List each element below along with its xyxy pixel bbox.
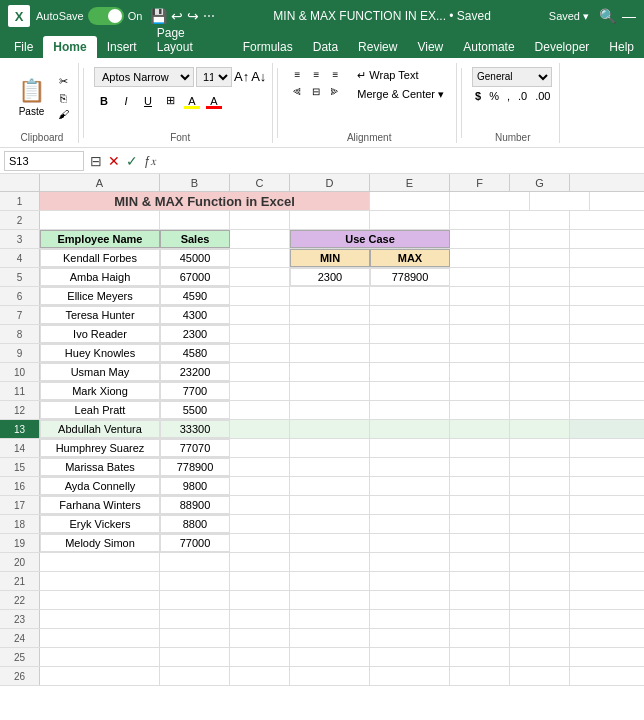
sales-header[interactable]: Sales bbox=[160, 230, 230, 248]
cell-d7[interactable] bbox=[290, 306, 370, 324]
cell-f10[interactable] bbox=[450, 363, 510, 381]
title-cell[interactable]: MIN & MAX Function in Excel bbox=[40, 192, 370, 210]
cell-b23[interactable] bbox=[160, 610, 230, 628]
cell-b12[interactable]: 5500 bbox=[160, 401, 230, 419]
insert-function-icon[interactable]: ƒ𝑥 bbox=[142, 152, 158, 170]
cell-g11[interactable] bbox=[510, 382, 570, 400]
cell-c5[interactable] bbox=[230, 268, 290, 286]
cell-b15[interactable]: 778900 bbox=[160, 458, 230, 476]
cell-e6[interactable] bbox=[370, 287, 450, 305]
align-top-left-btn[interactable]: ≡ bbox=[288, 67, 306, 83]
cell-c11[interactable] bbox=[230, 382, 290, 400]
cell-f9[interactable] bbox=[450, 344, 510, 362]
cell-e23[interactable] bbox=[370, 610, 450, 628]
cell-d1[interactable] bbox=[370, 192, 450, 210]
cell-c3[interactable] bbox=[230, 230, 290, 248]
align-top-right-btn[interactable]: ≡ bbox=[326, 67, 344, 83]
align-center-btn[interactable]: ⊟ bbox=[307, 84, 325, 100]
cell-c25[interactable] bbox=[230, 648, 290, 666]
cell-g25[interactable] bbox=[510, 648, 570, 666]
cancel-formula-icon[interactable]: ✕ bbox=[106, 151, 122, 171]
cell-b7[interactable]: 4300 bbox=[160, 306, 230, 324]
tab-insert[interactable]: Insert bbox=[97, 36, 147, 58]
cell-g4[interactable] bbox=[510, 249, 570, 267]
cell-c21[interactable] bbox=[230, 572, 290, 590]
cell-b19[interactable]: 77000 bbox=[160, 534, 230, 552]
col-header-d[interactable]: D bbox=[290, 174, 370, 191]
cell-e15[interactable] bbox=[370, 458, 450, 476]
cell-g21[interactable] bbox=[510, 572, 570, 590]
cell-a4[interactable]: Kendall Forbes bbox=[40, 249, 160, 267]
cell-b5[interactable]: 67000 bbox=[160, 268, 230, 286]
cell-c19[interactable] bbox=[230, 534, 290, 552]
cell-f4[interactable] bbox=[450, 249, 510, 267]
cell-c8[interactable] bbox=[230, 325, 290, 343]
cell-a20[interactable] bbox=[40, 553, 160, 571]
confirm-formula-icon[interactable]: ✓ bbox=[124, 151, 140, 171]
cell-d21[interactable] bbox=[290, 572, 370, 590]
cell-d17[interactable] bbox=[290, 496, 370, 514]
cell-f19[interactable] bbox=[450, 534, 510, 552]
col-header-c[interactable]: C bbox=[230, 174, 290, 191]
cell-c18[interactable] bbox=[230, 515, 290, 533]
cell-b8[interactable]: 2300 bbox=[160, 325, 230, 343]
cell-e24[interactable] bbox=[370, 629, 450, 647]
cell-e19[interactable] bbox=[370, 534, 450, 552]
format-painter-button[interactable]: 🖌 bbox=[55, 107, 72, 121]
tab-automate[interactable]: Automate bbox=[453, 36, 524, 58]
cell-c10[interactable] bbox=[230, 363, 290, 381]
fill-color-button[interactable]: A bbox=[182, 92, 202, 110]
cell-a16[interactable]: Ayda Connelly bbox=[40, 477, 160, 495]
cell-a12[interactable]: Leah Pratt bbox=[40, 401, 160, 419]
cell-a5[interactable]: Amba Haigh bbox=[40, 268, 160, 286]
tab-help[interactable]: Help bbox=[599, 36, 644, 58]
cell-c14[interactable] bbox=[230, 439, 290, 457]
cell-e18[interactable] bbox=[370, 515, 450, 533]
cell-e14[interactable] bbox=[370, 439, 450, 457]
tab-file[interactable]: File bbox=[4, 36, 43, 58]
cell-g9[interactable] bbox=[510, 344, 570, 362]
align-top-center-btn[interactable]: ≡ bbox=[307, 67, 325, 83]
cell-b26[interactable] bbox=[160, 667, 230, 685]
cell-e9[interactable] bbox=[370, 344, 450, 362]
cell-g6[interactable] bbox=[510, 287, 570, 305]
cell-a6[interactable]: Ellice Meyers bbox=[40, 287, 160, 305]
max-value-cell[interactable]: 778900 bbox=[370, 268, 450, 286]
wrap-text-button[interactable]: ↵ Wrap Text bbox=[351, 67, 450, 84]
border-button[interactable]: ⊞ bbox=[160, 92, 180, 110]
cell-b14[interactable]: 77070 bbox=[160, 439, 230, 457]
cell-a7[interactable]: Teresa Hunter bbox=[40, 306, 160, 324]
tab-page-layout[interactable]: Page Layout bbox=[147, 22, 233, 58]
font-shrink-icon[interactable]: A↓ bbox=[251, 69, 266, 84]
align-right-btn[interactable]: ⫸ bbox=[326, 84, 344, 100]
cell-e8[interactable] bbox=[370, 325, 450, 343]
cell-g10[interactable] bbox=[510, 363, 570, 381]
cell-g24[interactable] bbox=[510, 629, 570, 647]
employee-name-header[interactable]: Employee Name bbox=[40, 230, 160, 248]
cell-a23[interactable] bbox=[40, 610, 160, 628]
min-header[interactable]: MIN bbox=[290, 249, 370, 267]
cell-d8[interactable] bbox=[290, 325, 370, 343]
cell-b9[interactable]: 4580 bbox=[160, 344, 230, 362]
cell-f26[interactable] bbox=[450, 667, 510, 685]
cell-f15[interactable] bbox=[450, 458, 510, 476]
cell-f24[interactable] bbox=[450, 629, 510, 647]
tab-formulas[interactable]: Formulas bbox=[233, 36, 303, 58]
col-header-a[interactable]: A bbox=[40, 174, 160, 191]
copy-button[interactable]: ⎘ bbox=[55, 91, 72, 105]
cell-b6[interactable]: 4590 bbox=[160, 287, 230, 305]
cell-d6[interactable] bbox=[290, 287, 370, 305]
cell-g5[interactable] bbox=[510, 268, 570, 286]
cell-c23[interactable] bbox=[230, 610, 290, 628]
cell-g15[interactable] bbox=[510, 458, 570, 476]
cell-d12[interactable] bbox=[290, 401, 370, 419]
cell-g18[interactable] bbox=[510, 515, 570, 533]
cell-e26[interactable] bbox=[370, 667, 450, 685]
underline-button[interactable]: U bbox=[138, 92, 158, 110]
cell-c2[interactable] bbox=[230, 211, 290, 229]
cell-a9[interactable]: Huey Knowles bbox=[40, 344, 160, 362]
bold-button[interactable]: B bbox=[94, 92, 114, 110]
cell-e1[interactable] bbox=[450, 192, 530, 210]
cell-c12[interactable] bbox=[230, 401, 290, 419]
cell-d20[interactable] bbox=[290, 553, 370, 571]
